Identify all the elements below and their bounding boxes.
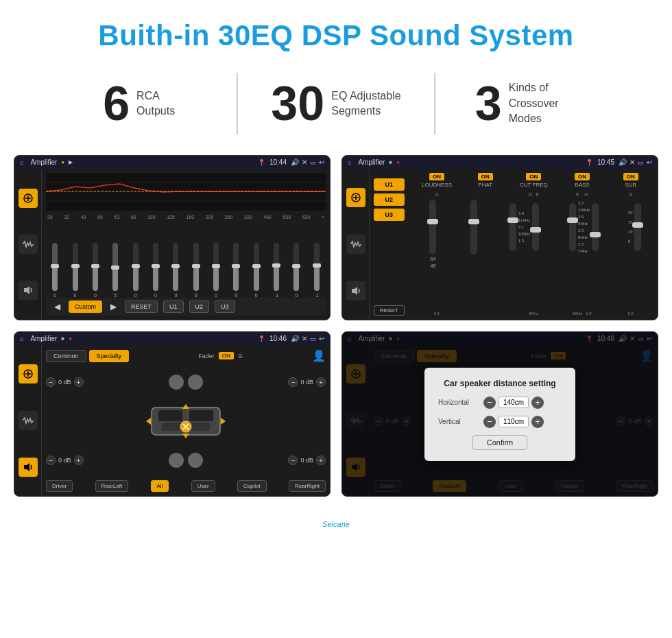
watermark: Seicane (0, 517, 672, 531)
cutfreq-on-badge[interactable]: ON (526, 173, 541, 180)
freq-40: 40 (81, 215, 86, 220)
loudness-slider-group: 64 48 (414, 200, 453, 307)
eq-custom-btn[interactable]: Custom (69, 300, 102, 313)
phat-on-badge[interactable]: ON (478, 173, 493, 180)
sub-control: ON SUB (608, 173, 653, 188)
eq-sidebar-speaker-icon[interactable] (19, 281, 38, 300)
stat-rca: 6 RCAOutputs (41, 73, 237, 134)
eq-slider-1[interactable]: 0 (66, 243, 84, 298)
svg-marker-25 (182, 434, 189, 438)
eq-slider-2[interactable]: 0 (86, 243, 104, 298)
eq-sidebar-tune-icon[interactable] (19, 189, 38, 208)
horizontal-label: Horizontal (438, 399, 479, 406)
br-minus[interactable]: − (288, 456, 298, 465)
tl-minus[interactable]: − (46, 377, 56, 387)
stats-row: 6 RCAOutputs 30 EQ AdjustableSegments 3 … (0, 66, 672, 155)
freq-125: 125 (167, 215, 175, 220)
screenshots-grid: ⌂ Amplifier ● ▶ 📍 10:44 🔊 ✕ ▭ ↩ (0, 155, 672, 517)
eq-u3-btn[interactable]: U3 (215, 300, 235, 313)
home-icon-amp[interactable]: ⌂ (348, 159, 351, 166)
freq-400: 400 (263, 215, 272, 220)
dialog-box: Car speaker distance setting Horizontal … (424, 368, 575, 461)
cs1-sidebar-speaker-icon[interactable] (19, 458, 38, 477)
eq-sidebar-wave-icon[interactable] (19, 235, 38, 254)
cs1-sidebar-wave-icon[interactable] (19, 411, 38, 430)
eq-slider-0[interactable]: 0 (46, 243, 64, 298)
eq-slider-3[interactable]: 5 (106, 243, 124, 298)
sub-slider[interactable] (634, 203, 641, 251)
eq-slider-13[interactable]: -1 (308, 243, 326, 298)
eq-slider-9[interactable]: 0 (227, 243, 245, 298)
freq-25: 25 (47, 215, 53, 220)
eq-u1-btn[interactable]: U1 (163, 300, 184, 313)
bass-on-badge[interactable]: ON (575, 173, 590, 180)
all-btn[interactable]: All (151, 480, 169, 492)
u3-button[interactable]: U3 (374, 209, 405, 221)
copilot-btn[interactable]: Copilot (237, 480, 267, 492)
bl-plus[interactable]: + (74, 456, 84, 465)
cutfreq-slider-1[interactable] (509, 203, 516, 251)
cs1-sidebar-tune-icon[interactable] (19, 364, 38, 383)
fader-bars-icon: ≡ (238, 351, 243, 361)
bl-minus[interactable]: − (46, 456, 56, 465)
back-icon-cs1: ↩ (319, 335, 324, 342)
status-bar-eq: ⌂ Amplifier ● ▶ 📍 10:44 🔊 ✕ ▭ ↩ (14, 156, 330, 169)
eq-slider-7[interactable]: 0 (187, 243, 205, 298)
br-plus[interactable]: + (316, 456, 326, 465)
home-icon[interactable]: ⌂ (20, 159, 23, 166)
sub-on-badge[interactable]: ON (623, 173, 638, 180)
eq-slider-5[interactable]: 0 (147, 243, 165, 298)
br-db: − 0 dB + (288, 456, 326, 465)
amp-sidebar-wave-icon[interactable] (346, 235, 365, 254)
svg-rect-20 (189, 423, 210, 431)
svg-marker-3 (24, 286, 29, 294)
tr-minus[interactable]: − (288, 377, 298, 387)
fader-on-badge[interactable]: ON (219, 352, 234, 359)
eq-reset-btn[interactable]: RESET (125, 300, 158, 313)
user-btn[interactable]: User (191, 480, 215, 492)
amp-sidebar-speaker-icon[interactable] (346, 281, 365, 300)
loudness-on-badge[interactable]: ON (429, 173, 444, 180)
eq-slider-10[interactable]: 0 (248, 243, 265, 298)
rearleft-btn[interactable]: RearLeft (95, 480, 129, 492)
freq-200: 200 (206, 215, 214, 220)
horizontal-plus[interactable]: + (531, 397, 544, 409)
common-tab[interactable]: Common (46, 350, 86, 362)
eq-slider-12[interactable]: 0 (287, 243, 305, 298)
eq-slider-6[interactable]: 0 (167, 243, 184, 298)
speaker-top-row: − 0 dB + − 0 dB + (46, 375, 326, 390)
speaker-icon-cs1: 🔊 (291, 335, 299, 342)
eq-slider-8[interactable]: 0 (207, 243, 225, 298)
cutfreq-slider-2[interactable] (532, 203, 539, 251)
confirm-button[interactable]: Confirm (472, 435, 528, 450)
eq-prev-btn[interactable]: ◀ (51, 300, 63, 313)
amp-sidebar-tune-icon[interactable] (346, 188, 365, 207)
cutfreq-label: CUT FREQ (520, 182, 548, 188)
specialty-tab[interactable]: Specialty (89, 350, 130, 362)
phat-slider[interactable] (470, 200, 477, 255)
location-icon: 📍 (258, 159, 265, 166)
eq-slider-11[interactable]: -1 (267, 243, 285, 298)
tr-plus[interactable]: + (316, 377, 326, 387)
speaker-bottom-row: − 0 dB + − 0 dB + (46, 453, 326, 468)
phat-label: PHAT (478, 182, 492, 188)
vertical-plus[interactable]: + (531, 416, 544, 428)
bass-slider-1[interactable] (569, 203, 576, 251)
location-icon-amp: 📍 (586, 159, 593, 166)
u2-button[interactable]: U2 (374, 193, 405, 206)
driver-btn[interactable]: Driver (46, 480, 73, 492)
rearright-btn[interactable]: RearRight (289, 480, 326, 492)
loudness-slider[interactable] (429, 200, 436, 255)
fader-label: Fader (198, 353, 215, 359)
home-icon-cs1[interactable]: ⌂ (20, 335, 23, 342)
reset-button[interactable]: RESET (374, 305, 405, 316)
eq-play-btn[interactable]: ▶ (108, 300, 119, 313)
vertical-minus[interactable]: − (483, 416, 496, 428)
eq-slider-4[interactable]: 0 (126, 243, 144, 298)
bass-slider-2[interactable] (592, 203, 599, 251)
amp-screen-content: U1 U2 U3 RESET ON LOUDNESS ON (342, 169, 658, 320)
horizontal-minus[interactable]: − (483, 397, 496, 409)
eq-u2-btn[interactable]: U2 (189, 300, 210, 313)
tl-plus[interactable]: + (74, 377, 84, 387)
u1-button[interactable]: U1 (374, 178, 405, 191)
